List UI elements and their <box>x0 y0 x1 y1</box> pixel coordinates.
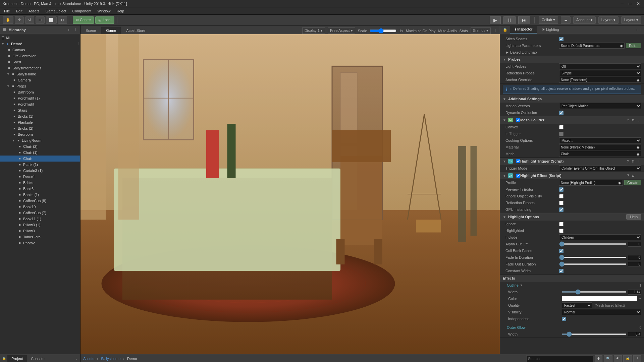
tree-item-book10[interactable]: ■ Book10 <box>0 204 80 210</box>
layers-button[interactable]: Layers ▾ <box>598 16 619 24</box>
play-button[interactable]: ▶ <box>490 16 501 24</box>
menu-window[interactable]: Window <box>95 8 113 14</box>
collab-button[interactable]: Collab ▾ <box>539 16 558 24</box>
additional-settings-header[interactable]: ▼ Additional Settings <box>500 95 644 103</box>
fade-out-slider[interactable] <box>559 263 627 265</box>
highlight-effect-more-btn[interactable]: ⋮ <box>637 174 641 178</box>
outer-glow-width-input[interactable] <box>628 332 641 337</box>
cooking-options-select[interactable]: Mixed... <box>559 137 641 143</box>
display-select[interactable]: Display 1 ▾ <box>302 27 325 34</box>
outline-width-slider[interactable] <box>562 291 627 293</box>
tree-item-sallysinteractions[interactable]: ■ SallysInteractions <box>0 65 80 71</box>
tree-item-curtain3[interactable]: ■ Curtain3 (1) <box>0 168 80 174</box>
asset-lock-btn[interactable]: 🔒 <box>623 355 632 362</box>
profile-create-btn[interactable]: Create <box>624 180 641 185</box>
tab-project[interactable]: Project <box>7 355 27 362</box>
scene-view[interactable] <box>80 34 500 354</box>
outline-collapse-btn[interactable]: Outline <box>507 283 519 287</box>
highlight-effect-enabled[interactable] <box>516 174 520 178</box>
highlight-trigger-enabled[interactable] <box>516 159 520 163</box>
lightmap-edit-btn[interactable]: Edit... <box>626 43 641 48</box>
layout-button[interactable]: Layout ▾ <box>621 16 641 24</box>
is-trigger-checkbox[interactable] <box>559 132 564 136</box>
outline-independent-checkbox[interactable] <box>562 317 566 321</box>
tree-item-bricks2[interactable]: ■ Bricks (2) <box>0 125 80 131</box>
tree-item-demo[interactable]: ▼ ● Demo* ⋮ <box>0 41 80 47</box>
tab-scene[interactable]: Scene <box>80 27 101 34</box>
menu-gameobject[interactable]: GameObject <box>43 8 69 14</box>
cloud-button[interactable]: ☁ <box>561 16 571 24</box>
tree-item-book11[interactable]: ■ Book11 (1) <box>0 216 80 222</box>
include-select[interactable]: Children <box>559 234 641 240</box>
tree-item-stairs[interactable]: ■ Stairs <box>0 107 80 113</box>
outline-width-input[interactable] <box>628 290 641 295</box>
highlight-options-help[interactable]: Help <box>626 214 641 220</box>
account-button[interactable]: Account ▾ <box>573 16 596 24</box>
tree-item-chair2[interactable]: ■ Chair (2) <box>0 143 80 149</box>
bottom-panel-more[interactable]: ⋮ <box>74 356 80 361</box>
tree-item-bathroom[interactable]: ■ Bathroom <box>0 89 80 95</box>
tree-item-demo-options[interactable]: ⋮ <box>77 42 80 46</box>
hierarchy-more-btn[interactable]: ⋮ <box>74 27 77 32</box>
fade-in-input[interactable] <box>628 255 641 260</box>
tab-lighting[interactable]: ☀ Lighting <box>537 26 564 33</box>
tree-item-chair[interactable]: ■ Chair <box>0 156 80 162</box>
reflection-probes-effect-checkbox[interactable] <box>559 201 564 205</box>
maximize-on-play[interactable]: Maximize On Play <box>406 29 436 33</box>
dynamic-occlusion-checkbox[interactable] <box>559 111 564 115</box>
ignore-checkbox[interactable] <box>559 222 564 226</box>
tool-rotate[interactable]: ↺ <box>25 16 34 24</box>
mesh-collider-more[interactable]: ⋮ <box>637 118 641 122</box>
mesh-collider-enabled[interactable] <box>516 118 520 122</box>
fade-in-slider[interactable] <box>559 257 627 258</box>
preview-editor-checkbox[interactable] <box>559 187 564 192</box>
scale-slider[interactable] <box>370 28 396 34</box>
tree-item-chair1[interactable]: ■ Chair (1) <box>0 149 80 156</box>
hierarchy-content[interactable]: ☰ All ▼ ● Demo* ⋮ ■ Canvas ■ FPSControll… <box>0 34 80 354</box>
tree-item-bedroom[interactable]: ■ Bedroom <box>0 131 80 137</box>
alpha-cutoff-input[interactable] <box>628 242 641 247</box>
asset-filter-btn[interactable]: ⚙ <box>595 355 602 362</box>
hierarchy-add-btn[interactable]: + <box>68 28 70 32</box>
tree-item-props[interactable]: ▼ ■ Props <box>0 83 80 89</box>
gizmos-btn[interactable]: Gizmos ▾ <box>471 27 491 34</box>
highlight-options-header[interactable]: ▼ Highlight Options Help <box>500 213 644 221</box>
inspector-lock-icon[interactable]: 🔒 <box>500 26 510 33</box>
tree-item-all[interactable]: ☰ All <box>0 35 80 41</box>
aspect-select[interactable]: Free Aspect ▾ <box>328 27 355 34</box>
alpha-cutoff-slider[interactable] <box>559 243 627 245</box>
mesh-collider-settings[interactable]: ⚙ <box>631 118 635 122</box>
tree-item-coffeecup7[interactable]: ■ CoffeeCup (7) <box>0 210 80 216</box>
reflection-probes-select[interactable]: Simple <box>559 70 641 76</box>
probes-section-header[interactable]: ▼ Probes <box>500 56 644 63</box>
tree-item-livingroom[interactable]: ▼ ■ LivingRoom <box>0 137 80 143</box>
tree-item-coffeecup8[interactable]: ■ CoffeeCup (8) <box>0 198 80 204</box>
tree-item-pillow31[interactable]: ■ Pillow3 (1) <box>0 222 80 228</box>
gpu-instancing-checkbox[interactable] <box>559 207 564 212</box>
material-field[interactable]: None (Physic Material) ◉ <box>559 144 641 150</box>
highlight-trigger-help[interactable]: ? <box>626 160 630 163</box>
tree-item-decor1[interactable]: ■ Decor1 <box>0 174 80 180</box>
highlight-effect-settings-btn[interactable]: ⚙ <box>631 174 635 178</box>
tree-item-plank1[interactable]: ■ Plank (1) <box>0 162 80 168</box>
constant-width-checkbox[interactable] <box>559 269 564 273</box>
tool-hand[interactable]: ✋ <box>3 16 13 24</box>
breadcrumb-assets[interactable]: Assets <box>83 357 94 361</box>
light-probes-select[interactable]: Off <box>559 63 641 69</box>
mesh-collider-help[interactable]: ? <box>626 118 630 122</box>
mute-audio[interactable]: Mute Audio <box>438 29 457 33</box>
highlight-trigger-header[interactable]: ▼ C# Highlight Trigger (Script) ? ⚙ ⋮ <box>500 158 644 165</box>
view-options-more[interactable]: ⋮ <box>493 28 497 33</box>
tab-game[interactable]: Game <box>101 27 121 34</box>
outer-glow-toggle-btn[interactable]: Outer Glow <box>507 325 526 329</box>
menu-file[interactable]: File <box>1 8 13 14</box>
outline-quality-select[interactable]: Fastest <box>562 302 592 308</box>
motion-vectors-select[interactable]: Per Object Motion <box>559 103 641 109</box>
close-button[interactable]: ✕ <box>635 1 641 6</box>
asset-more-btn[interactable]: ⋮ <box>633 355 641 362</box>
tree-item-pillow3[interactable]: ■ Pillow3 <box>0 228 80 234</box>
bottom-panel-lock[interactable]: 🔒 <box>0 357 6 360</box>
stitch-seams-checkbox[interactable] <box>559 37 564 41</box>
highlight-effect-help-btn[interactable]: ? <box>626 174 630 178</box>
fade-out-input[interactable] <box>628 262 641 267</box>
